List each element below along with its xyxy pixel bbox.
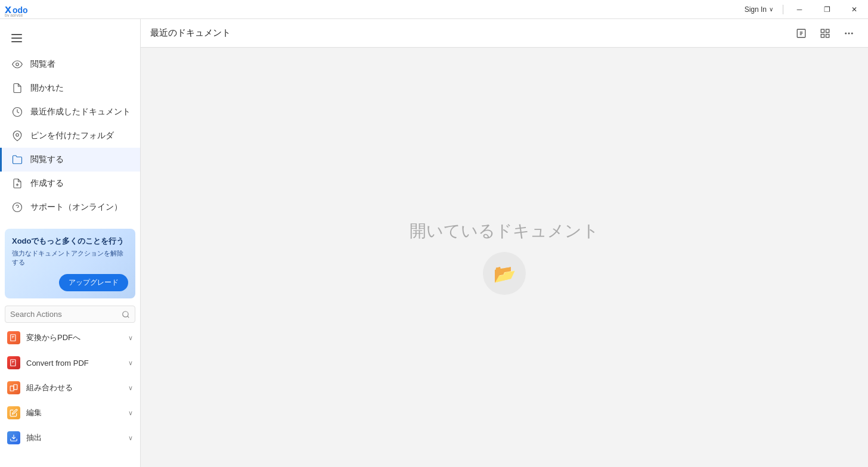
folder-icon [11, 154, 23, 166]
chevron-down-icon: ∨ [128, 359, 133, 367]
svg-point-27 [851, 32, 853, 34]
empty-state: 開いているドキュメント 📂 [141, 48, 868, 467]
grid-icon [820, 28, 830, 39]
svg-point-5 [16, 133, 19, 136]
sidebar-item-support[interactable]: サポート（オンライン） [0, 195, 140, 219]
svg-rect-22 [826, 29, 829, 32]
combine-svg-icon [10, 384, 18, 392]
search-actions-input[interactable] [10, 310, 118, 319]
sidebar-item-pinned[interactable]: ピンを付けたフォルダ [0, 124, 140, 148]
main-header: 最近のドキュメント [141, 19, 868, 48]
extract-icon [7, 431, 20, 444]
convert-from-pdf-icon [7, 356, 20, 369]
titlebar-left: x odo by apryse [5, 2, 48, 17]
svg-line-11 [128, 316, 129, 317]
hamburger-icon [11, 34, 22, 42]
svg-rect-15 [14, 385, 17, 390]
checklist-icon [796, 28, 807, 39]
svg-rect-24 [826, 34, 829, 37]
sidebar-item-browse-label: 閲覧する [30, 154, 64, 165]
promo-banner: Xodoでもっと多くのことを行う 強力なドキュメントアクションを解除する アップ… [5, 229, 135, 298]
checklist-view-button[interactable] [792, 24, 811, 43]
convert-to-pdf-icon [7, 331, 20, 344]
signin-button[interactable]: Sign In ∨ [737, 0, 780, 18]
convert-to-pdf-label: 変換からPDFへ [26, 332, 80, 343]
create-icon [11, 178, 23, 189]
svg-point-3 [16, 63, 19, 66]
sidebar-item-pinned-label: ピンを付けたフォルダ [30, 130, 114, 141]
sidebar-item-opened-label: 開かれた [30, 83, 64, 94]
grid-view-button[interactable] [816, 24, 835, 43]
minimize-icon: ─ [797, 5, 802, 14]
svg-rect-23 [821, 34, 824, 37]
maximize-icon: ❐ [824, 5, 830, 14]
empty-state-text: 開いているドキュメント [410, 220, 599, 242]
chevron-down-icon: ∨ [128, 334, 133, 342]
svg-rect-14 [10, 386, 14, 391]
titlebar: x odo by apryse Sign In ∨ ─ ❐ ✕ [0, 0, 868, 19]
titlebar-divider [783, 5, 783, 14]
edit-icon [7, 406, 20, 419]
action-item-combine[interactable]: 組み合わせる ∨ [0, 375, 140, 400]
extract-label: 抽出 [26, 432, 42, 443]
open-folder-icon: 📂 [494, 263, 516, 284]
maximize-button[interactable]: ❐ [813, 0, 841, 19]
search-button[interactable] [122, 310, 130, 319]
sidebar-item-opened[interactable]: 開かれた [0, 76, 140, 100]
open-folder-button[interactable]: 📂 [483, 252, 526, 295]
sidebar-item-viewer[interactable]: 閲覧者 [0, 52, 140, 76]
sidebar-item-viewer-label: 閲覧者 [30, 59, 55, 70]
sidebar-item-browse[interactable]: 閲覧する [0, 148, 140, 172]
convert-from-pdf-label: Convert from PDF [26, 359, 89, 368]
pin-icon [11, 130, 23, 142]
sidebar-item-create-label: 作成する [30, 178, 64, 189]
sidebar-item-recent-label: 最近作成したドキュメント [30, 107, 131, 117]
action-item-convert-from-pdf[interactable]: Convert from PDF ∨ [0, 350, 140, 375]
promo-title: Xodoでもっと多くのことを行う [12, 236, 128, 247]
main-content: 最近のドキュメント [141, 19, 868, 467]
eye-icon [11, 58, 23, 70]
minimize-button[interactable]: ─ [786, 0, 813, 19]
signin-label: Sign In [745, 5, 767, 14]
sidebar-top: 閲覧者 開かれた 最近作成したドキュメント ピ [0, 19, 140, 224]
support-icon [11, 201, 23, 213]
action-item-convert-to-pdf[interactable]: 変換からPDFへ ∨ [0, 325, 140, 350]
svg-rect-21 [821, 29, 824, 32]
search-actions-container [5, 306, 135, 323]
clock-icon [11, 106, 23, 118]
promo-subtitle: 強力なドキュメントアクションを解除する [12, 249, 128, 267]
ellipsis-icon [844, 28, 854, 39]
titlebar-right: Sign In ∨ ─ ❐ ✕ [737, 0, 868, 18]
sidebar-item-create[interactable]: 作成する [0, 172, 140, 195]
action-item-extract[interactable]: 抽出 ∨ [0, 425, 140, 450]
signin-chevron-icon: ∨ [769, 6, 773, 13]
svg-text:by apryse: by apryse [5, 13, 23, 17]
header-actions [792, 24, 858, 43]
chevron-down-icon: ∨ [128, 434, 133, 442]
combine-icon [7, 381, 20, 394]
file-open-icon [11, 82, 23, 94]
sidebar-item-support-label: サポート（オンライン） [30, 202, 122, 213]
svg-point-10 [123, 311, 128, 316]
extract-svg-icon [10, 434, 18, 442]
edit-label: 編集 [26, 407, 42, 418]
close-icon: ✕ [851, 5, 857, 14]
hamburger-menu-button[interactable] [5, 26, 29, 50]
action-item-edit[interactable]: 編集 ∨ [0, 400, 140, 425]
more-options-button[interactable] [839, 24, 858, 43]
close-button[interactable]: ✕ [841, 0, 868, 19]
search-icon [122, 310, 130, 319]
upgrade-button[interactable]: アップグレード [59, 274, 128, 291]
sidebar-item-recent[interactable]: 最近作成したドキュメント [0, 100, 140, 124]
edit-svg-icon [10, 409, 18, 417]
app-body: 閲覧者 開かれた 最近作成したドキュメント ピ [0, 19, 868, 467]
pdf2-icon [10, 359, 18, 367]
sidebar: 閲覧者 開かれた 最近作成したドキュメント ピ [0, 19, 141, 467]
svg-point-8 [13, 203, 22, 212]
chevron-down-icon: ∨ [128, 384, 133, 392]
pdf-icon [10, 334, 18, 342]
logo-svg: x odo by apryse [5, 2, 48, 17]
page-title: 最近のドキュメント [150, 27, 231, 39]
combine-label: 組み合わせる [26, 382, 73, 393]
svg-point-25 [845, 32, 847, 34]
